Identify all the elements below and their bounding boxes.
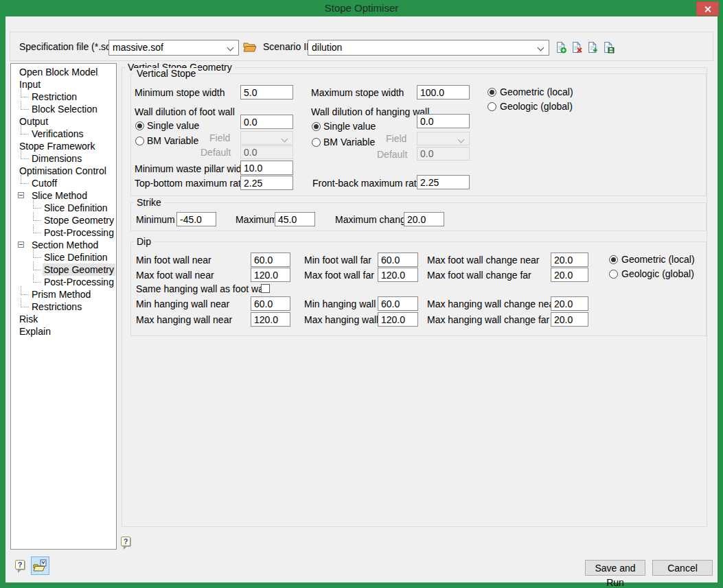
scenario-id-label: Scenario ID	[263, 40, 313, 54]
max-fw-change-far-label: Max foot wall change far	[427, 268, 531, 283]
max-fw-far-input[interactable]	[378, 268, 418, 282]
tree-item-verifications[interactable]: Verifications	[11, 128, 116, 140]
document-save-icon	[602, 41, 615, 54]
min-fw-far-input[interactable]	[378, 252, 418, 267]
same-hanging-wall-checkbox[interactable]	[261, 284, 270, 293]
tree-item-section-method-stope-geometry[interactable]: Stope Geometry	[11, 263, 116, 276]
cancel-button[interactable]: Cancel	[652, 560, 713, 576]
min-hw-far-label: Min hanging wall far	[304, 297, 390, 311]
min-stope-width-input[interactable]	[240, 85, 293, 99]
min-hw-far-input[interactable]	[378, 296, 418, 311]
document-add-icon	[555, 41, 567, 54]
close-button[interactable]	[696, 1, 719, 16]
save-and-run-button[interactable]: Save and Run	[585, 560, 645, 576]
scenario-combobox[interactable]: dilution	[308, 40, 549, 56]
min-stope-width-label: Minimum stope width	[135, 86, 225, 100]
top-bottom-ratio-input[interactable]	[240, 176, 293, 190]
help-bubble-icon: ?	[15, 560, 25, 569]
tree-item-risk[interactable]: Risk	[11, 313, 116, 325]
spec-file-label: Specification file (*.sof)	[19, 40, 117, 54]
foot-wall-dilution-label: Wall dilution of foot wall	[135, 105, 235, 119]
delete-scenario-button[interactable]	[571, 41, 584, 55]
open-spec-folder-button[interactable]	[31, 556, 49, 575]
min-hw-near-label: Min hanging wall near	[136, 297, 229, 311]
fw-field-combobox[interactable]	[240, 131, 293, 145]
max-hw-change-near-input[interactable]	[551, 296, 588, 311]
max-stope-width-input[interactable]	[417, 85, 470, 99]
fw-single-value-input[interactable]	[240, 115, 293, 129]
tree-item-open-block-model[interactable]: Open Block Model	[11, 66, 116, 78]
dip-geologic-global-label[interactable]: Geologic (global)	[621, 267, 694, 281]
hw-field-label: Field	[386, 132, 406, 146]
new-scenario-button[interactable]	[555, 41, 569, 55]
scenario-value: dilution	[312, 42, 342, 53]
collapse-expander-icon[interactable]	[18, 192, 24, 198]
tree-item-section-method[interactable]: Section Method	[11, 239, 116, 251]
tree-item-slice-method-slice-definition[interactable]: Slice Definition	[11, 202, 116, 214]
dip-geologic-global-radio[interactable]	[609, 270, 618, 279]
document-import-icon	[586, 41, 599, 54]
min-fw-near-input[interactable]	[251, 252, 290, 267]
strike-min-input[interactable]	[176, 212, 216, 226]
dip-geometric-local-label[interactable]: Geometric (local)	[621, 252, 695, 267]
collapse-expander-icon[interactable]	[18, 242, 24, 248]
vertical-stope-title: Vertical Stope	[134, 68, 198, 79]
tree-item-block-selection[interactable]: Block Selection	[11, 103, 116, 115]
max-hw-far-input[interactable]	[378, 312, 418, 327]
hw-field-combobox[interactable]	[417, 132, 470, 145]
strike-max-change-label: Maximum change	[335, 213, 411, 227]
dialog-help-button[interactable]: ?	[15, 560, 26, 572]
geometric-local-radio[interactable]	[487, 88, 496, 97]
tree-item-slice-method-stope-geometry[interactable]: Stope Geometry	[11, 214, 116, 226]
geologic-global-label[interactable]: Geologic (global)	[500, 99, 573, 114]
hanging-wall-dilution-label: Wall dilution of hanging wall	[311, 105, 429, 119]
tree-item-slice-method-post-processing[interactable]: Post-Processing	[11, 226, 116, 239]
max-fw-change-near-label: Max foot wall change near	[427, 253, 539, 268]
strike-max-change-input[interactable]	[404, 212, 444, 226]
max-stope-width-label: Maximum stope width	[311, 86, 404, 100]
hw-single-value-input[interactable]	[417, 114, 470, 128]
max-fw-change-far-input[interactable]	[551, 268, 588, 282]
same-hanging-wall-label[interactable]: Same hanging wall as foot wall	[136, 282, 268, 296]
tree-item-restrictions[interactable]: Restrictions	[11, 301, 116, 313]
strike-max-input[interactable]	[275, 212, 315, 226]
panel-help-button[interactable]: ?	[121, 537, 132, 549]
min-hw-near-input[interactable]	[251, 296, 290, 311]
strike-title: Strike	[134, 197, 164, 208]
hw-bm-variable-radio[interactable]	[312, 138, 321, 147]
hw-default-input	[417, 147, 470, 161]
min-fw-near-label: Min foot wall near	[136, 253, 211, 268]
fw-default-input	[240, 145, 293, 159]
waste-pillar-input[interactable]	[240, 161, 293, 175]
fw-bm-variable-radio[interactable]	[135, 137, 144, 145]
front-back-ratio-label: Front-back maximum ratio	[312, 176, 424, 191]
browse-spec-button[interactable]	[243, 41, 257, 55]
geologic-global-radio[interactable]	[487, 102, 496, 111]
navigation-tree: Open Block Model Input Restriction Block…	[10, 63, 117, 550]
document-delete-icon	[571, 41, 583, 54]
hw-bm-variable-label[interactable]: BM Variable	[323, 135, 375, 150]
tree-item-explain[interactable]: Explain	[11, 325, 116, 338]
dip-geometric-local-radio[interactable]	[609, 255, 618, 264]
max-hw-change-far-label: Max hanging wall change far	[427, 313, 549, 327]
tree-item-dimensions[interactable]: Dimensions	[11, 152, 116, 165]
save-scenario-button[interactable]	[602, 41, 616, 55]
geometric-local-label[interactable]: Geometric (local)	[500, 85, 573, 99]
max-fw-near-input[interactable]	[251, 268, 290, 282]
fw-bm-variable-label[interactable]: BM Variable	[147, 134, 198, 148]
spec-file-combobox[interactable]: massive.sof	[108, 40, 239, 56]
fw-single-value-radio[interactable]	[135, 121, 144, 130]
max-hw-near-input[interactable]	[251, 312, 290, 327]
front-back-ratio-input[interactable]	[417, 175, 470, 189]
fw-single-value-label[interactable]: Single value	[147, 119, 199, 133]
hw-single-value-radio[interactable]	[312, 122, 321, 131]
max-hw-change-near-label: Max hanging wall change near	[427, 297, 558, 311]
max-fw-change-near-input[interactable]	[551, 252, 588, 267]
tree-item-section-method-slice-definition[interactable]: Slice Definition	[11, 251, 116, 263]
import-scenario-button[interactable]	[586, 41, 600, 55]
hw-single-value-label[interactable]: Single value	[323, 119, 376, 134]
tree-item-slice-method[interactable]: Slice Method	[11, 189, 116, 202]
max-hw-change-far-input[interactable]	[551, 312, 588, 327]
tree-item-cutoff[interactable]: Cutoff	[11, 177, 116, 189]
strike-max-label: Maximum	[236, 213, 277, 227]
